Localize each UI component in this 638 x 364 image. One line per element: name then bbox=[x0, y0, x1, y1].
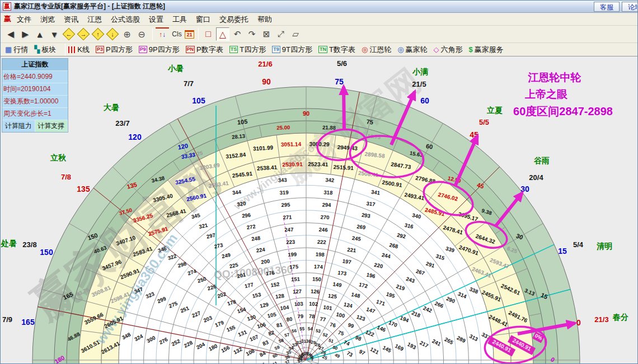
calc-support-button[interactable]: 计算支撑 bbox=[35, 120, 68, 132]
cls-icon[interactable]: Cls bbox=[170, 27, 184, 41]
nav-left-icon[interactable]: ◀ bbox=[4, 27, 17, 41]
toolbar-button-label: 9P四方形 bbox=[149, 45, 180, 55]
outer-label-75: 75 bbox=[335, 77, 344, 86]
customer-service-button[interactable]: 客服 bbox=[594, 2, 620, 12]
pan-left-icon[interactable]: ← bbox=[62, 27, 76, 41]
spiral-number: 77 bbox=[320, 316, 326, 323]
menu-item-文件[interactable]: 文件 bbox=[17, 15, 31, 23]
outer-label-23/8: 23/8 bbox=[22, 240, 36, 249]
toolbar-button-label: 江恩轮 bbox=[369, 45, 391, 55]
rect-tool-icon[interactable]: □ bbox=[201, 27, 215, 41]
chart-area[interactable]: 赢家财富网赢家财富网www.yingjia360.comwww.yingjia3… bbox=[1, 56, 638, 364]
info-row-2: 变换系数=1.00000 bbox=[2, 96, 68, 108]
nav-right-icon[interactable]: ▶ bbox=[18, 27, 32, 41]
toolbar-button-9T四方形[interactable]: T99T四方形 bbox=[272, 45, 312, 55]
triangle-tool-icon[interactable]: △ bbox=[216, 27, 229, 41]
spiral-number: 54 bbox=[308, 327, 313, 332]
t-number-icon: TN bbox=[318, 46, 327, 53]
toolbar-button-行情[interactable]: ▦行情 bbox=[5, 45, 28, 55]
spiral-number: 101 bbox=[323, 304, 333, 311]
toolbar-button-label: 赢家轮 bbox=[406, 45, 428, 55]
eraser-icon[interactable]: ▱ bbox=[289, 27, 302, 41]
toolbar-button-六角形[interactable]: ◇六角形 bbox=[434, 45, 463, 55]
toolbar-button-P四方形[interactable]: P3P四方形 bbox=[96, 45, 133, 55]
outer-label-处暑: 处暑 bbox=[1, 239, 17, 248]
outer-label-21/6: 21/6 bbox=[258, 60, 272, 68]
zoom-in-icon[interactable]: ⊕ bbox=[120, 27, 134, 41]
menu-item-交易委托[interactable]: 交易委托 bbox=[219, 15, 248, 23]
spiral-number: 79 bbox=[297, 313, 303, 319]
outer-label-135: 135 bbox=[77, 185, 90, 193]
toolbar-button-赢家轮[interactable]: ◎赢家轮 bbox=[397, 45, 427, 55]
toolbar-button-P数字表[interactable]: PNP数字表 bbox=[186, 45, 223, 55]
p9-square-icon: P9 bbox=[139, 46, 147, 53]
index-info-panel: 上证指数 价格=2440.9099时间=20190104变换系数=1.00000… bbox=[2, 58, 68, 133]
spiral-number: 197 bbox=[342, 258, 351, 265]
outer-label-105: 105 bbox=[192, 96, 205, 105]
menu-item-窗口[interactable]: 窗口 bbox=[196, 15, 210, 23]
spiral-number: 319 bbox=[279, 189, 288, 196]
spiral-number: 104 bbox=[280, 304, 290, 311]
outer-label-60: 60 bbox=[420, 96, 429, 105]
close-box-icon[interactable]: ⊠ bbox=[260, 27, 273, 41]
nav-down-icon[interactable]: ▼ bbox=[48, 27, 61, 41]
pan-up-icon[interactable]: ↑ bbox=[91, 27, 105, 41]
app-logo-icon: 赢 bbox=[3, 2, 11, 11]
toolbar-separator bbox=[152, 28, 153, 40]
price-add-value: 2515.91 bbox=[333, 164, 354, 171]
spiral-number: 222 bbox=[317, 239, 326, 245]
menu-item-浏览[interactable]: 浏览 bbox=[40, 15, 55, 23]
spiral-number: 344 bbox=[232, 188, 242, 196]
spiral-number: 221 bbox=[347, 247, 357, 254]
zoom-out-icon[interactable]: ⊖ bbox=[135, 27, 148, 41]
menu-item-公式选股[interactable]: 公式选股 bbox=[111, 15, 140, 23]
forum-button[interactable]: 论坛 bbox=[622, 2, 637, 12]
toolbar-button-9P四方形[interactable]: P99P四方形 bbox=[139, 45, 180, 55]
menu-item-工具[interactable]: 工具 bbox=[172, 15, 187, 23]
icon-toolbar: ◀▶▲▼←→↑↓⊕⊖↑↓Cls21□△↶↷⊠⤢▱ bbox=[1, 26, 637, 43]
price-add-value: 2523.41 bbox=[308, 161, 329, 168]
toolbar-button-赢家服务[interactable]: $赢家服务 bbox=[469, 45, 504, 55]
toolbar-button-江恩轮[interactable]: ◎江恩轮 bbox=[362, 45, 391, 55]
calendar-icon[interactable]: 21 bbox=[185, 30, 194, 39]
outer-label-0: 0 bbox=[576, 318, 581, 327]
toolbar-separator bbox=[65, 44, 65, 56]
toolbar-button-板块[interactable]: ▚板块 bbox=[34, 45, 56, 55]
spiral-number: 270 bbox=[320, 214, 329, 221]
spiral-number: 30 bbox=[306, 339, 312, 344]
toolbar-button-label: 行情 bbox=[13, 45, 28, 55]
menu-item-江恩[interactable]: 江恩 bbox=[87, 15, 102, 23]
toolbar-button-T数字表[interactable]: TNT数字表 bbox=[318, 45, 355, 55]
toolbar-button-label: K线 bbox=[77, 45, 90, 55]
spiral-number: 176 bbox=[265, 270, 275, 277]
menu-item-资讯[interactable]: 资讯 bbox=[64, 15, 78, 23]
pan-down-icon[interactable]: ↓ bbox=[106, 27, 119, 41]
spiral-number: 127 bbox=[293, 288, 302, 295]
spiral-number: 128 bbox=[275, 292, 284, 300]
nav-up-icon[interactable]: ▲ bbox=[33, 27, 46, 41]
pan-right-icon[interactable]: → bbox=[77, 27, 90, 41]
t-range-icon[interactable]: ↑↓ bbox=[156, 27, 169, 41]
spiral-number: 295 bbox=[281, 201, 290, 208]
toolbar-button-K线[interactable]: K线 bbox=[68, 45, 90, 55]
spiral-number: 272 bbox=[246, 223, 256, 230]
toolbar-button-T四方形[interactable]: TST四方形 bbox=[229, 45, 266, 55]
annotation-line-3: 60度区间2847-2898 bbox=[513, 104, 613, 119]
fit-icon[interactable]: ⤢ bbox=[274, 27, 288, 41]
outer-label-20/4: 20/4 bbox=[529, 173, 543, 182]
price-mult-value: 3051.14 bbox=[281, 141, 302, 148]
calc-resistance-button[interactable]: 计算阻力 bbox=[2, 120, 35, 132]
menu-item-帮助[interactable]: 帮助 bbox=[257, 15, 272, 23]
outer-label-150: 150 bbox=[40, 248, 53, 257]
menu-bar: 赢 文件浏览资讯江恩公式选股设置工具窗口交易委托帮助 bbox=[1, 13, 637, 26]
menu-item-设置[interactable]: 设置 bbox=[149, 15, 163, 23]
rotate-cw-icon[interactable]: ↷ bbox=[245, 27, 259, 41]
spiral-number: 293 bbox=[361, 212, 370, 219]
gann-wheel-chart[interactable]: 赢家财富网赢家财富网www.yingjia360.comwww.yingjia3… bbox=[1, 56, 638, 364]
toolbar-button-label: T四方形 bbox=[240, 45, 266, 55]
spiral-number: 126 bbox=[311, 288, 320, 295]
spiral-number: 199 bbox=[288, 251, 297, 258]
toolbar-button-label: P四方形 bbox=[106, 45, 133, 55]
rotate-ccw-icon[interactable]: ↶ bbox=[231, 27, 244, 41]
outer-label-小满: 小满 bbox=[412, 67, 428, 76]
